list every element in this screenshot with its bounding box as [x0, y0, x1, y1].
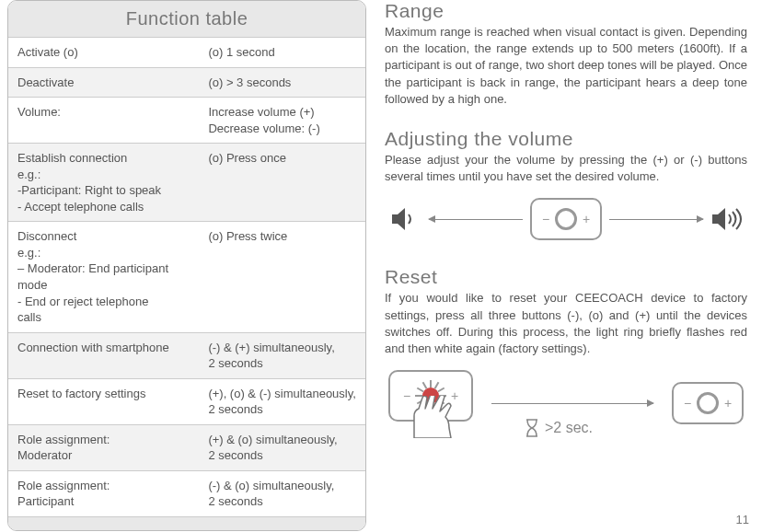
reset-illustration: − [385, 370, 747, 436]
center-button-icon [555, 208, 577, 230]
cell-action: (+) & (o) simultaneously, 2 seconds [204, 425, 365, 470]
section-body-range: Maximum range is reached when visual con… [385, 24, 747, 108]
cell-action: (o) Press once [204, 144, 365, 221]
function-table-title: Function table [8, 1, 365, 38]
cell-function: Deactivate [8, 68, 204, 98]
section-title-reset: Reset [385, 266, 747, 288]
table-row: Role assignment: Moderator (+) & (o) sim… [8, 425, 365, 471]
cell-action: (o) 1 second [204, 38, 365, 67]
arrow-right-icon [609, 219, 703, 220]
cell-action: (-) & (+) simultaneously, 2 seconds [204, 333, 365, 378]
device-illustration: − + [530, 198, 602, 240]
speaker-low-icon [388, 205, 421, 233]
table-row: Reset to factory settings (+), (o) & (-)… [8, 379, 365, 425]
cell-action: (+), (o) & (-) simultaneously, 2 seconds [204, 379, 365, 424]
plus-label: + [722, 396, 733, 411]
table-row: Disconnect e.g.: – Moderator: End partic… [8, 222, 365, 332]
cell-function: Establish connection e.g.: -Participant:… [8, 144, 204, 221]
cell-action: Increase volume (+) Decrease volume: (-) [204, 98, 365, 143]
speaker-high-icon [710, 205, 744, 233]
cell-function: Disconnect e.g.: – Moderator: End partic… [8, 222, 204, 331]
cell-function: Connection with smartphone [8, 333, 204, 378]
table-row: Activate (o) (o) 1 second [8, 38, 365, 68]
table-row: Deactivate (o) > 3 seconds [8, 68, 365, 98]
arrow-right-icon [491, 403, 653, 404]
table-row: Volume: Increase volume (+) Decrease vol… [8, 98, 365, 144]
section-title-volume: Adjusting the volume [385, 128, 747, 150]
hand-press-icon [405, 396, 460, 438]
function-table: Function table Activate (o) (o) 1 second… [7, 0, 366, 531]
table-row: Connection with smartphone (-) & (+) sim… [8, 333, 365, 379]
cell-function: Reset to factory settings [8, 379, 204, 424]
table-row: Role assignment: Participant (-) & (o) s… [8, 471, 365, 517]
center-button-icon [697, 392, 719, 414]
cell-action: (o) > 3 seconds [204, 68, 365, 98]
cell-action: (o) Press twice [204, 222, 365, 331]
hourglass-icon [525, 418, 539, 438]
section-title-range: Range [385, 0, 747, 22]
section-body-reset: If you would like to reset your CEECOACH… [385, 290, 747, 357]
minus-label: − [682, 396, 693, 411]
cell-function: Role assignment: Moderator [8, 425, 204, 470]
device-white-icon: − + [672, 382, 744, 424]
volume-illustration: − + [385, 198, 747, 240]
page-number: 11 [736, 513, 749, 526]
plus-label: + [581, 212, 592, 226]
table-footer-spacer [8, 517, 365, 530]
cell-function: Volume: [8, 98, 204, 143]
arrow-left-icon [429, 219, 523, 220]
section-body-volume: Please adjust your the volume by pressin… [385, 152, 747, 185]
hourglass-label: >2 sec. [545, 420, 593, 436]
reset-device-press-icon: − [388, 370, 473, 436]
cell-function: Activate (o) [8, 38, 204, 67]
minus-label: − [540, 212, 551, 226]
cell-function: Role assignment: Participant [8, 471, 204, 516]
table-row: Establish connection e.g.: -Participant:… [8, 144, 365, 222]
cell-action: (-) & (o) simultaneously, 2 seconds [204, 471, 365, 516]
